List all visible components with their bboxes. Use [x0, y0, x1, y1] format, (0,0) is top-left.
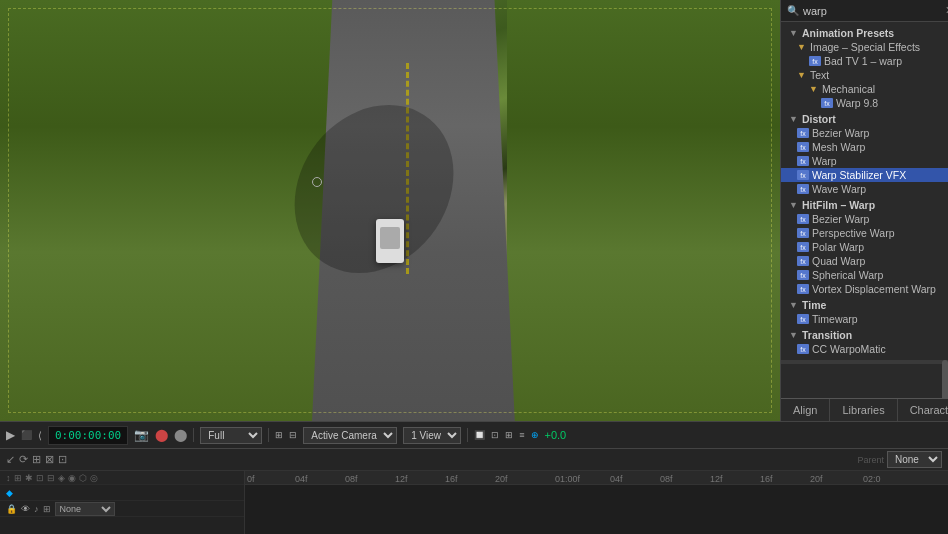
effect-label: Timewarp — [812, 313, 858, 325]
tool-icon-9[interactable]: ◎ — [90, 473, 98, 483]
timeline-tool-5[interactable]: ⊡ — [58, 453, 67, 466]
settings-icon[interactable]: ⬤ — [155, 428, 168, 442]
collapse-icon: ▼ — [789, 330, 799, 340]
none-select[interactable]: None — [55, 502, 115, 516]
effect-label: Wave Warp — [812, 183, 866, 195]
collapse-icon: ▼ — [789, 300, 799, 310]
effect-wave-warp[interactable]: fx Wave Warp — [781, 182, 948, 196]
offset-display: +0.0 — [545, 429, 567, 441]
effect-bezier-warp[interactable]: fx Bezier Warp — [781, 126, 948, 140]
ruler-label-9: 12f — [710, 474, 723, 484]
folder-image-special-effects[interactable]: ▼ Image – Special Effects — [781, 40, 948, 54]
tool-icon-3[interactable]: ✱ — [25, 473, 33, 483]
timeline-tools: ↙ ⟳ ⊞ ⊠ ⊡ — [6, 453, 67, 466]
section-distort: ▼ Distort — [781, 112, 948, 126]
ruler-label-11: 20f — [810, 474, 823, 484]
quality-select[interactable]: Full Half Quarter — [200, 427, 262, 444]
fx-icon: fx — [797, 156, 809, 166]
timeline-tool-4[interactable]: ⊠ — [45, 453, 54, 466]
effect-warp-stabilizer-vfx[interactable]: fx Warp Stabilizer VFX — [781, 168, 948, 182]
ruler-label-8: 08f — [660, 474, 673, 484]
monitor-icon[interactable]: ⬤ — [174, 428, 187, 442]
track-label-tools: ↕ ⊞ ✱ ⊡ ⊟ ◈ ◉ ⬡ ◎ — [0, 471, 244, 485]
folder-mechanical[interactable]: ▼ Mechanical — [781, 82, 948, 96]
effect-hf-perspective-warp[interactable]: fx Perspective Warp — [781, 226, 948, 240]
view-count-select[interactable]: 1 View — [403, 427, 461, 444]
effects-tree: ▼ Animation Presets ▼ Image – Special Ef… — [781, 22, 948, 398]
parent-select[interactable]: None — [887, 451, 942, 468]
fx-icon: fx — [797, 228, 809, 238]
play-icon[interactable]: ⬛ — [21, 430, 32, 440]
effect-warp-9-8[interactable]: fx Warp 9.8 — [781, 96, 948, 110]
zoom-icon[interactable]: 🔲 — [474, 430, 485, 440]
collapse-icon: ▼ — [789, 200, 799, 210]
tab-character[interactable]: Character — [898, 399, 948, 421]
eye-icon[interactable]: 👁 — [21, 504, 30, 514]
timeline-tool-2[interactable]: ⟳ — [19, 453, 28, 466]
folder-label: Mechanical — [822, 83, 875, 95]
fx-icon: fx — [821, 98, 833, 108]
effect-mesh-warp[interactable]: fx Mesh Warp — [781, 140, 948, 154]
section-time: ▼ Time — [781, 298, 948, 312]
tool-icon-5[interactable]: ⊟ — [47, 473, 55, 483]
channels-icon[interactable]: ≡ — [519, 430, 524, 440]
effect-label: Warp — [812, 155, 837, 167]
divider — [467, 428, 468, 442]
track-labels: ↕ ⊞ ✱ ⊡ ⊟ ◈ ◉ ⬡ ◎ ◆ 🔒 👁 ♪ ⊞ None — [0, 471, 245, 534]
timeline-ruler[interactable]: 0f 04f 08f 12f 16f 20f 01:00f 04f 08f 12… — [245, 471, 948, 534]
fx-icon: fx — [797, 314, 809, 324]
effect-hf-spherical-warp[interactable]: fx Spherical Warp — [781, 268, 948, 282]
tab-libraries[interactable]: Libraries — [830, 399, 897, 421]
folder-text[interactable]: ▼ Text — [781, 68, 948, 82]
search-input[interactable] — [803, 5, 941, 17]
tool-icon-6[interactable]: ◈ — [58, 473, 65, 483]
fx-icon: fx — [797, 142, 809, 152]
lock-icon[interactable]: 🔒 — [6, 504, 17, 514]
tool-icon-8[interactable]: ⬡ — [79, 473, 87, 483]
effect-cc-warpomatic[interactable]: fx CC WarpoMatic — [781, 342, 948, 356]
effect-warp[interactable]: fx Warp — [781, 154, 948, 168]
section-transition: ▼ Transition — [781, 328, 948, 342]
render-icon[interactable]: ⊕ — [531, 430, 539, 440]
effect-hf-vortex-displacement[interactable]: fx Vortex Displacement Warp — [781, 282, 948, 296]
folder-icon: ▼ — [809, 84, 819, 94]
tool-icon-1[interactable]: ↕ — [6, 473, 11, 483]
search-icon: 🔍 — [787, 5, 799, 16]
fit-icon[interactable]: ⊡ — [491, 430, 499, 440]
transport-bar: ▶ ⬛ ⟨ 0:00:00:00 📷 ⬤ ⬤ Full Half Quarter… — [0, 421, 948, 449]
tab-align[interactable]: Align — [781, 399, 830, 421]
view-select[interactable]: Active Camera — [303, 427, 397, 444]
frame-back-icon[interactable]: ⟨ — [38, 430, 42, 441]
viewport[interactable] — [0, 0, 780, 421]
mask-icon[interactable]: ⊞ — [505, 430, 513, 440]
effect-hf-polar-warp[interactable]: fx Polar Warp — [781, 240, 948, 254]
folder-label: Text — [810, 69, 829, 81]
ruler-label-3: 12f — [395, 474, 408, 484]
tool-icon-7[interactable]: ◉ — [68, 473, 76, 483]
camera-icon[interactable]: 📷 — [134, 428, 149, 442]
effect-hf-quad-warp[interactable]: fx Quad Warp — [781, 254, 948, 268]
grid-icon[interactable]: ⊞ — [275, 430, 283, 440]
timeline-tool-3[interactable]: ⊞ — [32, 453, 41, 466]
collapse-icon: ▼ — [789, 114, 799, 124]
effect-hf-bezier-warp[interactable]: fx Bezier Warp — [781, 212, 948, 226]
effect-timewarp[interactable]: fx Timewarp — [781, 312, 948, 326]
folder-label: Image – Special Effects — [810, 41, 920, 53]
properties-icon[interactable]: ⊞ — [43, 504, 51, 514]
tool-icon-4[interactable]: ⊡ — [36, 473, 44, 483]
fx-icon: fx — [797, 256, 809, 266]
timeline-content: ↕ ⊞ ✱ ⊡ ⊟ ◈ ◉ ⬡ ◎ ◆ 🔒 👁 ♪ ⊞ None — [0, 471, 948, 534]
track-label-row3: 🔒 👁 ♪ ⊞ None — [0, 501, 244, 517]
expand-icon[interactable]: ▶ — [6, 428, 15, 442]
ruler-bar: 0f 04f 08f 12f 16f 20f 01:00f 04f 08f 12… — [245, 471, 948, 485]
ruler-label-0: 0f — [247, 474, 255, 484]
effect-label: Bad TV 1 – warp — [824, 55, 902, 67]
right-panel: 🔍 ✕ ▼ Animation Presets ▼ Image – Specia… — [780, 0, 948, 421]
fx-icon: fx — [809, 56, 821, 66]
tool-icon-2[interactable]: ⊞ — [14, 473, 22, 483]
video-frame — [0, 0, 780, 421]
timeline-tool-1[interactable]: ↙ — [6, 453, 15, 466]
grid2-icon[interactable]: ⊟ — [289, 430, 297, 440]
audio-icon[interactable]: ♪ — [34, 504, 39, 514]
effect-bad-tv-warp[interactable]: fx Bad TV 1 – warp — [781, 54, 948, 68]
